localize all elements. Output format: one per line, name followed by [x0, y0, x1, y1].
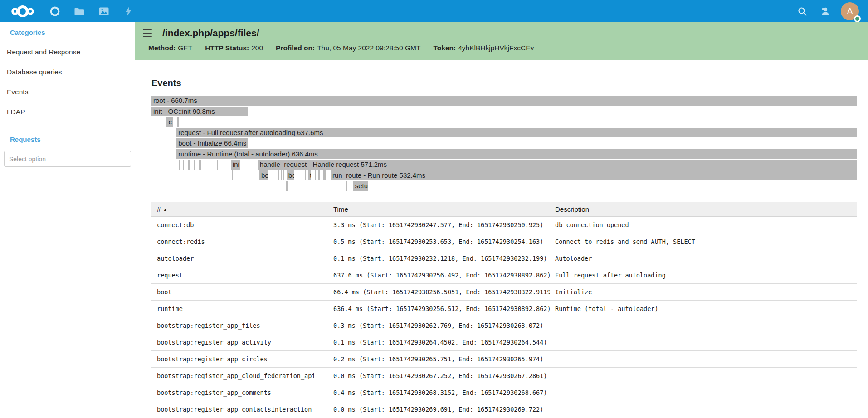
table-cell: 636.4 ms (Start: 1651742930256.512, End:… — [328, 300, 550, 317]
timeline-bar: run_route - Run route 532.4ms — [331, 170, 857, 180]
events-section: Events root - 660.7msinit - OC::init 90.… — [135, 78, 868, 418]
table-cell: bootstrap:register_app_files — [151, 317, 328, 334]
meta-http-status: HTTP Status:200 — [205, 44, 263, 52]
table-cell: db connection opened — [550, 216, 857, 233]
table-cell: connect:db — [151, 216, 328, 233]
table-cell — [550, 317, 857, 334]
timeline-bar: t — [308, 170, 311, 180]
timeline-bar: boot - Initialize 66.4ms — [176, 138, 248, 148]
request-select-input[interactable] — [4, 151, 131, 167]
table-cell: bootstrap:register_app_cloud_federation_… — [151, 367, 328, 384]
timeline-bar — [315, 170, 316, 180]
timeline-bar — [281, 170, 282, 180]
top-navigation-bar: A — [0, 0, 868, 22]
table-row: bootstrap:register_app_files0.3 ms (Star… — [151, 317, 857, 334]
meta-value: Thu, 05 May 2022 09:28:50 GMT — [317, 44, 420, 52]
menu-icon[interactable] — [143, 29, 152, 37]
table-cell: request — [151, 267, 328, 283]
sidebar-item-ldap[interactable]: LDAP — [0, 102, 135, 122]
timeline-bar — [183, 160, 184, 170]
table-row: connect:db3.3 ms (Start: 1651742930247.5… — [151, 216, 857, 233]
table-cell: 0.3 ms (Start: 1651742930262.769, End: 1… — [328, 317, 550, 334]
table-row: bootstrap:register_app_cloud_federation_… — [151, 367, 857, 384]
nextcloud-logo-icon[interactable] — [11, 4, 34, 19]
table-cell: 0.4 ms (Start: 1651742930268.3152, End: … — [328, 384, 550, 401]
table-cell: 3.3 ms (Start: 1651742930247.577, End: 1… — [328, 216, 550, 233]
table-row: connect:redis0.5 ms (Start: 165174293025… — [151, 233, 857, 250]
user-avatar[interactable]: A — [841, 2, 859, 20]
timeline-bar: request - Full request after autoloading… — [176, 128, 857, 138]
meta-value: 4yhKlBHkjpHVkjFxcCEv — [458, 44, 534, 52]
table-cell: Connect to redis and send AUTH, SELECT — [550, 233, 857, 250]
files-folder-icon[interactable] — [73, 5, 86, 18]
timeline-row: lsetup — [151, 181, 857, 192]
table-cell: Initialize — [550, 283, 857, 300]
sidebar-item-database-queries[interactable]: Database queries — [0, 62, 135, 82]
table-cell — [550, 367, 857, 384]
timeline-row: bobotllrun_route - Run route 532.4ms — [151, 170, 857, 181]
timeline-bar: handle_request - Handle request 571.2ms — [258, 160, 857, 170]
timeline-bar — [177, 117, 179, 127]
sort-ascending-icon: ▲ — [163, 207, 167, 212]
timeline-bar — [217, 160, 218, 170]
table-cell — [550, 350, 857, 367]
timeline-bar: runtime - Runtime (total - autoloader) 6… — [176, 149, 857, 159]
timeline-bar: bo — [287, 170, 294, 180]
meta-value: 200 — [251, 44, 263, 52]
column-header-description[interactable]: Description — [550, 202, 857, 216]
timeline-bar: bo — [259, 170, 268, 180]
table-cell: 0.1 ms (Start: 1651742930264.4502, End: … — [328, 334, 550, 350]
table-row: request637.6 ms (Start: 1651742930256.49… — [151, 267, 857, 283]
table-cell: autoloader — [151, 250, 328, 267]
table-cell: Runtime (total - autoloader) — [550, 300, 857, 317]
timeline-bar: l — [286, 181, 288, 191]
timeline-row: boot - Initialize 66.4ms — [151, 138, 857, 149]
table-row: bootstrap:register_app_comments0.4 ms (S… — [151, 384, 857, 401]
table-cell: 637.6 ms (Start: 1651742930256.492, End:… — [328, 267, 550, 283]
meta-label: Token: — [433, 44, 456, 52]
contacts-icon[interactable] — [818, 5, 832, 18]
table-cell: bootstrap:register_app_comments — [151, 384, 328, 401]
avatar-letter: A — [847, 6, 853, 16]
meta-method: Method:GET — [148, 44, 192, 52]
activity-icon[interactable] — [122, 5, 135, 18]
table-row: bootstrap:register_app_contactsinteracti… — [151, 401, 857, 418]
categories-heading: Categories — [10, 29, 135, 37]
table-cell: 66.4 ms (Start: 1651742930256.5051, End:… — [328, 283, 550, 300]
table-row: runtime636.4 ms (Start: 1651742930256.51… — [151, 300, 857, 317]
sidebar-item-request-and-response[interactable]: Request and Response — [0, 42, 135, 62]
table-cell: 0.0 ms (Start: 1651742930267.252, End: 1… — [328, 367, 550, 384]
timeline-bar — [302, 170, 302, 180]
timeline-bar: init - OC::init 90.8ms — [151, 107, 248, 117]
requests-heading: Requests — [10, 136, 135, 144]
timeline-row: c — [151, 117, 857, 128]
category-list: Request and ResponseDatabase queriesEven… — [0, 42, 135, 122]
table-row: bootstrap:register_app_activity0.1 ms (S… — [151, 334, 857, 350]
timeline-bar: ini — [231, 160, 240, 170]
events-title: Events — [151, 78, 857, 88]
timeline-bar — [194, 160, 195, 170]
events-timeline: root - 660.7msinit - OC::init 90.8mscreq… — [151, 96, 857, 192]
sidebar: Categories Request and ResponseDatabase … — [0, 22, 135, 418]
table-cell — [550, 401, 857, 418]
timeline-bar — [346, 181, 347, 191]
sidebar-item-events[interactable]: Events — [0, 82, 135, 102]
profiler-app-icon[interactable] — [48, 5, 62, 18]
timeline-row: root - 660.7ms — [151, 96, 857, 107]
online-status-dot — [854, 15, 861, 22]
table-cell: runtime — [151, 300, 328, 317]
table-row: boot66.4 ms (Start: 1651742930256.5051, … — [151, 283, 857, 300]
timeline-row: init - OC::init 90.8ms — [151, 107, 857, 117]
column-header-time[interactable]: Time — [328, 202, 550, 216]
table-cell: 0.5 ms (Start: 1651742930253.653, End: 1… — [328, 233, 550, 250]
timeline-bar — [278, 170, 279, 180]
table-cell: 0.2 ms (Start: 1651742930265.751, End: 1… — [328, 350, 550, 367]
search-icon[interactable] — [795, 5, 809, 18]
meta-value: GET — [178, 44, 192, 52]
column-header-[interactable]: #▲ — [151, 202, 328, 216]
photos-icon[interactable] — [97, 5, 111, 18]
timeline-row: inihandle_request - Handle request 571.2… — [151, 160, 857, 170]
timeline-bar: root - 660.7ms — [151, 96, 857, 106]
meta-label: Method: — [148, 44, 176, 52]
timeline-bar: l — [323, 170, 326, 180]
